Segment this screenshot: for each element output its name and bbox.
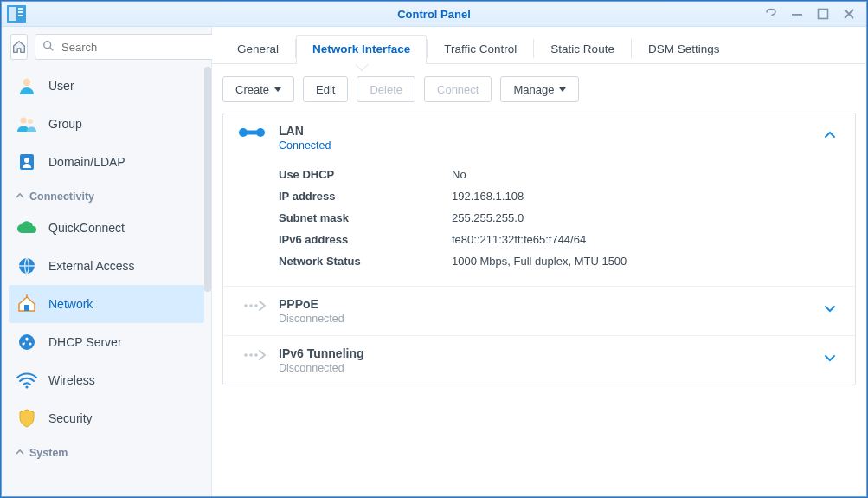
scrollbar[interactable] (204, 67, 211, 292)
svg-rect-2 (18, 8, 23, 10)
sidebar-item-label: User (48, 79, 74, 93)
svg-point-26 (249, 304, 253, 307)
interface-status: Disconnected (279, 362, 807, 374)
chevron-up-icon[interactable] (819, 124, 841, 141)
caret-down-icon (274, 87, 281, 92)
minimize-icon[interactable] (790, 7, 804, 21)
svg-point-17 (19, 334, 35, 350)
interface-list: LAN Connected Use DHCPNo IP address192.1… (222, 113, 856, 385)
tab-traffic-control[interactable]: Traffic Control (428, 35, 533, 64)
group-icon (16, 113, 38, 135)
interface-lan[interactable]: LAN Connected Use DHCPNo IP address192.1… (223, 113, 855, 286)
svg-rect-7 (819, 10, 828, 19)
cloud-icon (16, 217, 38, 239)
sidebar-item-domain[interactable]: Domain/LDAP (2, 143, 211, 181)
sidebar-item-label: QuickConnect (48, 221, 125, 235)
chevron-down-icon[interactable] (819, 297, 841, 314)
create-button[interactable]: Create (222, 76, 294, 102)
interface-name: IPv6 Tunneling (279, 346, 807, 360)
home-button[interactable] (10, 34, 28, 60)
sidebar-item-label: Network (48, 297, 93, 311)
shield-icon (16, 407, 38, 430)
sidebar-item-label: DHCP Server (48, 335, 122, 349)
sidebar-item-label: Security (48, 411, 93, 425)
search-input[interactable] (60, 40, 209, 55)
sidebar: User Group Domain/LDAP Connectivity Quic… (2, 27, 212, 496)
globe-icon (16, 255, 38, 277)
svg-rect-4 (18, 15, 23, 16)
network-icon (16, 293, 38, 315)
sidebar-item-group[interactable]: Group (2, 105, 211, 143)
user-icon (16, 74, 38, 97)
window-title: Control Panel (2, 8, 866, 21)
maximize-icon[interactable] (816, 7, 830, 21)
caret-down-icon (559, 87, 566, 92)
sidebar-item-dhcp[interactable]: DHCP Server (2, 323, 211, 361)
tab-dsm-settings[interactable]: DSM Settings (632, 35, 736, 64)
svg-point-10 (23, 79, 30, 86)
delete-button: Delete (357, 76, 415, 102)
sidebar-item-user[interactable]: User (2, 67, 211, 105)
tab-network-interface[interactable]: Network Interface (296, 35, 427, 64)
sidebar-item-quickconnect[interactable]: QuickConnect (2, 209, 211, 247)
svg-point-30 (254, 353, 258, 357)
search-icon (42, 40, 55, 55)
chevron-up-icon (16, 191, 24, 203)
tab-general[interactable]: General (221, 35, 295, 64)
interface-name: PPPoE (279, 297, 807, 311)
chevron-down-icon[interactable] (819, 346, 841, 364)
svg-point-29 (249, 353, 253, 357)
manage-button[interactable]: Manage (500, 76, 579, 102)
domain-icon (16, 151, 38, 173)
svg-point-12 (28, 119, 33, 124)
interface-ipv6-tunneling[interactable]: IPv6 Tunneling Disconnected (223, 336, 855, 385)
svg-point-25 (244, 304, 248, 307)
sidebar-item-network[interactable]: Network (9, 285, 204, 323)
interface-name: LAN (279, 124, 807, 138)
tab-static-route[interactable]: Static Route (534, 35, 631, 64)
svg-point-8 (44, 41, 51, 48)
svg-point-28 (244, 353, 248, 357)
chevron-up-icon (16, 447, 24, 459)
interface-status: Disconnected (279, 313, 807, 325)
interface-pppoe[interactable]: PPPoE Disconnected (223, 287, 855, 335)
sidebar-item-security[interactable]: Security (2, 399, 211, 437)
svg-rect-1 (9, 7, 16, 21)
app-icon (5, 4, 28, 23)
close-icon[interactable] (842, 7, 856, 21)
svg-rect-6 (792, 14, 802, 16)
edit-button[interactable]: Edit (303, 76, 348, 102)
svg-rect-3 (18, 11, 23, 13)
toolbar: Create Edit Delete Connect Manage (212, 64, 866, 113)
search-field[interactable] (35, 34, 216, 60)
sidebar-item-label: External Access (48, 259, 135, 273)
help-icon[interactable] (764, 7, 778, 21)
connect-button: Connect (424, 76, 492, 102)
titlebar: Control Panel (2, 2, 866, 27)
dhcp-icon (16, 331, 38, 353)
sidebar-item-external[interactable]: External Access (2, 247, 211, 285)
svg-rect-16 (24, 305, 29, 311)
tab-bar: General Network Interface Traffic Contro… (212, 27, 866, 64)
disconnected-icon (237, 297, 267, 313)
svg-line-9 (50, 47, 54, 50)
svg-point-14 (24, 158, 29, 163)
svg-rect-24 (243, 131, 260, 135)
lan-connected-icon (237, 124, 267, 139)
sidebar-item-label: Wireless (48, 373, 95, 387)
sidebar-item-label: Domain/LDAP (48, 155, 125, 169)
svg-point-27 (254, 304, 258, 307)
interface-status: Connected (279, 139, 807, 152)
disconnected-icon (237, 346, 267, 362)
sidebar-item-label: Group (48, 117, 82, 131)
section-connectivity[interactable]: Connectivity (2, 184, 211, 209)
svg-point-21 (25, 385, 28, 388)
wifi-icon (16, 369, 38, 391)
svg-point-11 (20, 117, 26, 123)
section-system[interactable]: System (2, 441, 211, 465)
sidebar-item-wireless[interactable]: Wireless (2, 361, 211, 399)
main-panel: General Network Interface Traffic Contro… (212, 27, 866, 496)
